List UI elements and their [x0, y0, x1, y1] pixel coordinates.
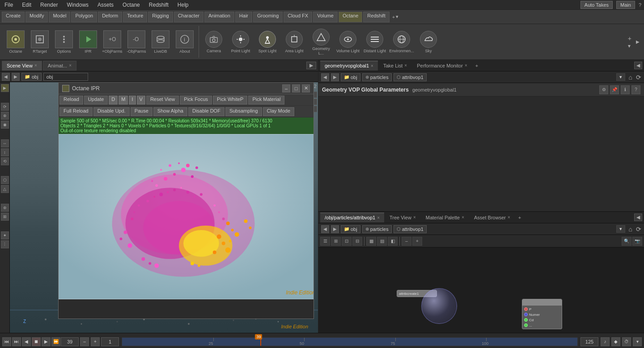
menu-help[interactable]: Help: [176, 2, 191, 8]
geomvop-obj-btn[interactable]: 📁 obj: [341, 73, 360, 81]
node-tb-search[interactable]: 🔍: [622, 237, 631, 246]
toolbar-modify[interactable]: Modify: [25, 12, 48, 22]
tl-track[interactable]: 25 50 75 100 39: [122, 337, 578, 346]
shelf-plus-obj[interactable]: +O +ObjParms: [101, 30, 123, 54]
ipr-minimize-btn[interactable]: –: [282, 84, 290, 92]
lt-tool3[interactable]: ◉: [1, 121, 9, 129]
toolbar-animation[interactable]: Animation: [204, 12, 234, 22]
tl-play[interactable]: ▶: [42, 337, 51, 346]
ipr-close-btn[interactable]: ✕: [302, 84, 310, 92]
tl-keys[interactable]: ◆: [611, 337, 620, 346]
tl-range-end[interactable]: [580, 337, 598, 346]
node-tb-snapshot[interactable]: 📷: [632, 237, 642, 246]
geomvop-nav-back[interactable]: ◀: [321, 73, 329, 81]
node-2[interactable]: P Numer Cd ...: [522, 299, 562, 329]
geomvop-pin-icon[interactable]: 📌: [610, 85, 619, 94]
lt-tool9[interactable]: ⊛: [1, 204, 9, 212]
lt-tool5[interactable]: ↕: [1, 148, 9, 156]
lt-tool10[interactable]: ⊞: [1, 213, 9, 221]
toolbar-more[interactable]: ▾: [396, 14, 398, 20]
toolbar-redshift[interactable]: Redshift: [363, 12, 389, 22]
tl-goto-start[interactable]: ⏮: [2, 337, 11, 346]
shelf-volume-light[interactable]: Volume Light: [336, 31, 360, 53]
tab-takelist-close[interactable]: ×: [404, 63, 407, 68]
tab-tree-view[interactable]: Tree View ×: [385, 213, 420, 222]
geomvop-particles-btn[interactable]: ⊕ particles: [362, 73, 392, 81]
geomvop-help-icon[interactable]: ?: [631, 85, 640, 94]
tab-treeview-close[interactable]: ×: [413, 215, 416, 220]
lt-tool6[interactable]: ⟲: [1, 157, 9, 165]
shelf-ipr[interactable]: IPR: [77, 30, 99, 54]
help-button[interactable]: ?: [639, 2, 641, 8]
ipr-pick-focus-btn[interactable]: Pick Focus: [180, 96, 212, 105]
geomvop-attribvop-btn[interactable]: ⬡ attribvop1: [394, 73, 427, 81]
right-bottom-collapse[interactable]: ◀: [634, 214, 642, 221]
shelf-area-light[interactable]: Area Light: [282, 31, 306, 53]
shelf-spot-light[interactable]: Spot Light: [255, 31, 280, 53]
ipr-i-btn[interactable]: I: [129, 96, 136, 105]
tl-frame-input[interactable]: [61, 337, 79, 346]
tl-range-start[interactable]: [101, 337, 119, 346]
node-tb-grid[interactable]: ⊞: [331, 237, 341, 246]
toolbar-character[interactable]: Character: [174, 12, 203, 22]
shelf-minus-obj[interactable]: -O -ObjParms: [125, 30, 148, 54]
lt-tool8[interactable]: △: [1, 185, 9, 193]
menu-render[interactable]: Render: [38, 2, 59, 8]
shelf-rtarget[interactable]: RTarget: [29, 30, 51, 54]
tl-realtime[interactable]: ⏱: [622, 337, 631, 346]
nav-back[interactable]: ◀: [2, 73, 10, 81]
node-tb-btn5[interactable]: ▦: [366, 237, 376, 246]
lt-tool12[interactable]: ⋮: [1, 240, 9, 248]
toolbar-texture[interactable]: Texture: [123, 12, 147, 22]
node-tb-list[interactable]: ☰: [320, 237, 330, 246]
tab-assetbrowser-close[interactable]: ×: [508, 215, 510, 220]
ipr-canvas[interactable]: Indie Edition: [59, 134, 314, 299]
nodeeditor-sync[interactable]: ⟳: [636, 226, 641, 233]
node-canvas[interactable]: attribcreate1 P Numer: [318, 247, 644, 333]
tl-prev-key[interactable]: ⏭: [12, 337, 21, 346]
shelf-distant-light[interactable]: Distant Light: [363, 31, 387, 53]
lt-tool4[interactable]: ↔: [1, 139, 9, 147]
tl-stop[interactable]: ⏹: [32, 337, 41, 346]
tab-attribvop-close[interactable]: ×: [377, 215, 380, 220]
toolbar-create[interactable]: Create: [2, 12, 25, 22]
shelf-point-light[interactable]: Point Light: [229, 31, 253, 53]
ipr-update-btn[interactable]: Update: [84, 96, 108, 105]
lt-tool1[interactable]: ⟳: [1, 103, 9, 111]
ipr-pick-whitep-btn[interactable]: Pick WhiteP: [213, 96, 247, 105]
tl-next-key[interactable]: ⏩: [51, 337, 60, 346]
nodeeditor-attribvop-btn[interactable]: ⬡ attribvop1: [394, 225, 427, 233]
tab-geometryvop[interactable]: geometryvopglobal1 ×: [320, 61, 378, 71]
ipr-show-alpha-btn[interactable]: Show Alpha: [153, 107, 187, 116]
tab-asset-browser[interactable]: Asset Browser ×: [470, 213, 515, 222]
shelf-camera[interactable]: Camera: [202, 31, 226, 53]
ipr-disable-dof-btn[interactable]: Disable DOF: [188, 107, 225, 116]
toolbar-polygon[interactable]: Polygon: [71, 12, 97, 22]
nodeeditor-nav-back[interactable]: ◀: [321, 225, 329, 233]
shelf-add-btn[interactable]: +: [628, 35, 631, 42]
geomvop-dropdown[interactable]: ▾: [616, 73, 625, 81]
menu-assets[interactable]: Assets: [96, 2, 115, 8]
toolbar-model[interactable]: Model: [49, 12, 70, 22]
lt-tool7[interactable]: ⬡: [1, 176, 9, 184]
ipr-clay-mode-btn[interactable]: Clay Mode: [263, 107, 295, 116]
toolbar-add[interactable]: +: [392, 14, 395, 20]
toolbar-grooming[interactable]: Grooming: [253, 12, 283, 22]
toolbar-deform[interactable]: Deform: [98, 12, 122, 22]
tl-step-back[interactable]: ◀: [22, 337, 31, 346]
node-tb-4grid[interactable]: ⊟: [352, 237, 362, 246]
ipr-full-reload-btn[interactable]: Full Reload: [59, 107, 93, 116]
tab-animat[interactable]: Animat... ×: [43, 61, 76, 71]
shelf-about[interactable]: i About: [174, 30, 196, 54]
tl-audio[interactable]: ♪: [601, 337, 610, 346]
panel-maximize-btn[interactable]: ▶: [306, 62, 316, 69]
right-top-collapse[interactable]: ◀: [634, 62, 642, 69]
menu-file[interactable]: File: [3, 2, 15, 8]
nodeeditor-dropdown[interactable]: ▾: [616, 225, 625, 233]
shelf-livedb[interactable]: LiveDB: [149, 30, 172, 54]
nodeeditor-home[interactable]: ⌂: [629, 226, 632, 233]
node-tb-fit[interactable]: ⊡: [342, 237, 352, 246]
add-bottom-tab-btn[interactable]: +: [518, 215, 521, 220]
geomvop-settings-icon[interactable]: ⚙: [599, 85, 608, 94]
nav-forward[interactable]: ▶: [12, 73, 20, 81]
